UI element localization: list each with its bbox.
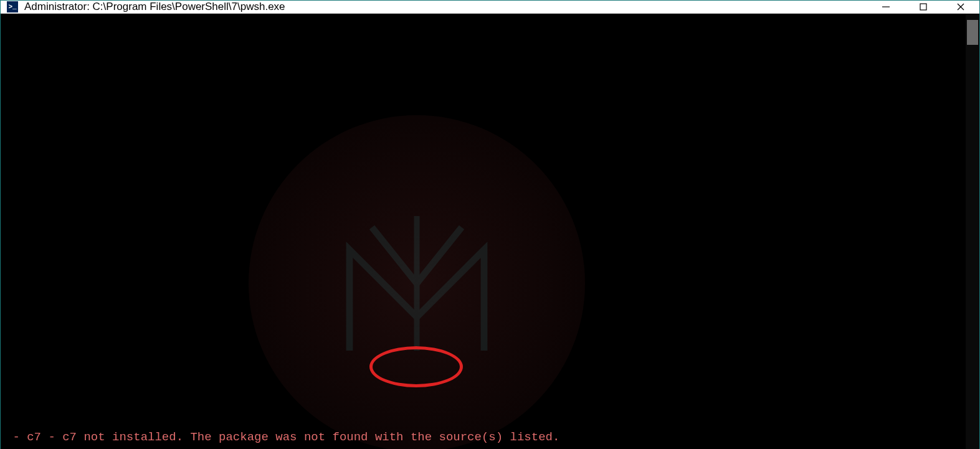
svg-rect-1 xyxy=(920,4,926,10)
annotation-ellipse xyxy=(369,346,463,387)
close-button[interactable] xyxy=(942,1,979,13)
vertical-scrollbar[interactable] xyxy=(966,14,979,449)
minimize-button[interactable] xyxy=(867,1,905,13)
maximize-icon xyxy=(919,2,928,11)
terminal-output[interactable]: - c7 - c7 not installed. The package was… xyxy=(1,14,966,449)
window-controls xyxy=(867,1,979,13)
powershell-window: >_ Administrator: C:\Program Files\Power… xyxy=(0,0,980,449)
powershell-icon: >_ xyxy=(7,1,18,12)
close-icon xyxy=(956,2,965,11)
titlebar[interactable]: >_ Administrator: C:\Program Files\Power… xyxy=(1,1,979,14)
minimize-icon xyxy=(882,2,890,11)
error-output: - c7 - c7 not installed. The package was… xyxy=(6,428,961,450)
watermark-logo xyxy=(249,115,585,449)
maximize-button[interactable] xyxy=(905,1,942,13)
scrollbar-thumb[interactable] xyxy=(967,20,978,45)
titlebar-left: >_ Administrator: C:\Program Files\Power… xyxy=(1,1,285,13)
window-title: Administrator: C:\Program Files\PowerShe… xyxy=(24,1,285,13)
terminal-area: - c7 - c7 not installed. The package was… xyxy=(1,14,979,449)
